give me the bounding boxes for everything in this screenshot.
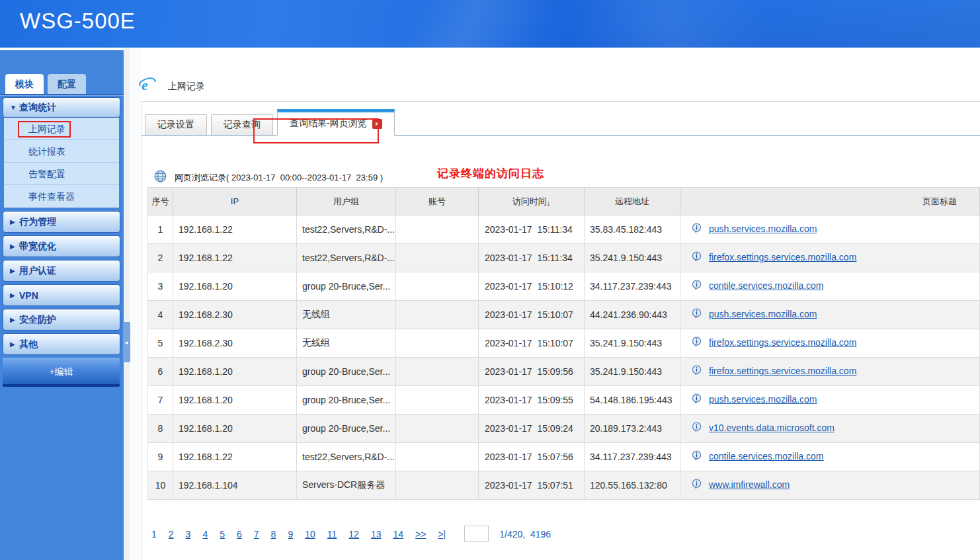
info-icon[interactable] <box>692 479 702 492</box>
next-pages-link[interactable]: >> <box>415 529 426 540</box>
page-title-link[interactable]: contile.services.mozilla.com <box>709 451 824 461</box>
cell-remote: 54.148.186.195:443 <box>585 386 680 415</box>
sidebar-group-bandwidth-opt[interactable]: ▶ 带宽优化 <box>3 235 120 257</box>
page-title-link[interactable]: push.services.mozilla.com <box>709 309 817 319</box>
sidebar-tab-config[interactable]: 配置 <box>48 74 86 94</box>
last-page-link[interactable]: >| <box>438 529 446 540</box>
info-icon[interactable] <box>692 223 702 236</box>
page-link-14[interactable]: 14 <box>393 529 403 540</box>
close-tab-icon[interactable]: × <box>372 119 382 129</box>
sidebar-group-query-stats[interactable]: ▼ 查询统计 <box>3 97 120 118</box>
tab-record-query[interactable]: 记录查询 <box>211 114 273 135</box>
page-title-link[interactable]: firefox.settings.services.mozilla.com <box>709 366 856 376</box>
cell-ip: 192.168.1.22 <box>173 443 297 471</box>
page-title-link[interactable]: v10.events.data.microsoft.com <box>709 422 835 433</box>
goto-page-input[interactable] <box>464 526 489 542</box>
info-icon[interactable] <box>692 365 702 378</box>
sidebar-group-security[interactable]: ▶ 安全防护 <box>3 309 120 331</box>
col-header-no[interactable]: 序号 <box>148 188 173 216</box>
table-row: 9 192.168.1.22 test22,Servers,R&D-... 20… <box>148 443 980 471</box>
col-header-time[interactable]: 访问时间↓ <box>479 188 585 216</box>
page-title-link[interactable]: contile.services.mozilla.com <box>709 280 824 291</box>
page-title-link[interactable]: firefox.settings.services.mozilla.com <box>709 337 856 348</box>
cell-usergroup: group 20-Bruce,Ser... <box>297 415 396 443</box>
cell-remote: 35.241.9.150:443 <box>585 358 680 386</box>
cell-remote: 20.189.173.2:443 <box>585 415 680 443</box>
page-title-link[interactable]: push.services.mozilla.com <box>709 394 817 405</box>
col-header-account[interactable]: 账号 <box>396 188 479 216</box>
page-link-6[interactable]: 6 <box>237 529 242 540</box>
page-link-13[interactable]: 13 <box>371 529 382 540</box>
col-header-usergroup[interactable]: 用户组 <box>297 188 396 216</box>
info-icon[interactable] <box>692 422 702 435</box>
cell-time: 2023-01-17 15:09:24 <box>479 415 585 443</box>
page-title-link[interactable]: firefox.settings.services.mozilla.com <box>709 252 856 262</box>
cell-no: 4 <box>148 301 173 329</box>
edit-button[interactable]: +编辑 <box>3 358 120 387</box>
table-row: 7 192.168.1.20 group 20-Bruce,Ser... 202… <box>148 386 980 415</box>
top-banner: WSG-500E <box>0 0 980 48</box>
sidebar-item-internet-records[interactable]: 上网记录 <box>4 118 119 140</box>
cell-ip: 192.168.2.30 <box>173 301 297 329</box>
page-link-8[interactable]: 8 <box>271 529 276 540</box>
cell-usergroup: group 20-Bruce,Ser... <box>297 272 396 301</box>
tab-record-settings[interactable]: 记录设置 <box>145 114 207 135</box>
sidebar-group-vpn[interactable]: ▶ VPN <box>3 284 120 306</box>
table-row: 5 192.168.2.30 无线组 2023-01-17 15:10:07 3… <box>148 329 980 358</box>
report-header: 网页浏览记录( 2023-01-17 00:00--2023-01-17 23:… <box>154 170 383 185</box>
cell-remote: 35.83.45.182:443 <box>585 216 680 244</box>
sidebar-group-behavior-mgmt[interactable]: ▶ 行为管理 <box>3 211 120 233</box>
page-link-11[interactable]: 11 <box>327 529 337 540</box>
cell-account <box>396 415 479 443</box>
cell-time: 2023-01-17 15:11:34 <box>479 216 585 244</box>
cell-account <box>396 329 479 358</box>
sort-desc-icon: ↓ <box>547 199 551 207</box>
page-link-10[interactable]: 10 <box>305 529 315 540</box>
sidebar-item-alarm-config[interactable]: 告警配置 <box>4 163 119 185</box>
sidebar-item-event-viewer[interactable]: 事件查看器 <box>4 185 119 208</box>
page-link-4[interactable]: 4 <box>202 529 208 540</box>
table-row: 1 192.168.1.22 test22,Servers,R&D-... 20… <box>148 216 980 244</box>
page-link-1[interactable]: 1 <box>151 529 157 540</box>
info-icon[interactable] <box>692 308 702 321</box>
page-link-12[interactable]: 12 <box>348 529 359 540</box>
col-header-remote[interactable]: 远程地址 <box>585 188 680 216</box>
page-title-link[interactable]: push.services.mozilla.com <box>709 223 817 234</box>
cell-usergroup: test22,Servers,R&D-... <box>297 443 396 471</box>
col-header-page-title[interactable]: 页面标题 <box>680 188 980 216</box>
page-link-2[interactable]: 2 <box>169 529 174 540</box>
cell-time: 2023-01-17 15:10:07 <box>479 329 585 358</box>
cell-ip: 192.168.1.20 <box>173 386 297 415</box>
chevron-down-icon: ▼ <box>3 104 19 111</box>
page-link-5[interactable]: 5 <box>220 529 225 540</box>
page-link-3[interactable]: 3 <box>186 529 191 540</box>
info-icon[interactable] <box>692 450 702 463</box>
sidebar-group-user-auth[interactable]: ▶ 用户认证 <box>3 260 120 282</box>
info-icon[interactable] <box>692 280 702 293</box>
cell-remote: 120.55.165.132:80 <box>585 471 680 500</box>
table-header-row: 序号 IP 用户组 账号 访问时间↓ 远程地址 页面标题 <box>148 188 980 216</box>
page-link-7[interactable]: 7 <box>254 529 259 540</box>
cell-no: 3 <box>148 272 173 301</box>
page-link-9[interactable]: 9 <box>288 529 293 540</box>
sidebar-tab-modules[interactable]: 模块 <box>5 74 44 94</box>
info-icon[interactable] <box>692 393 702 407</box>
info-icon[interactable] <box>692 337 702 350</box>
table-row: 8 192.168.1.20 group 20-Bruce,Ser... 202… <box>148 415 980 443</box>
col-header-ip[interactable]: IP <box>173 188 297 216</box>
sidebar-collapse-handle[interactable]: ◄ <box>123 322 130 362</box>
cell-no: 9 <box>148 443 173 471</box>
cell-ip: 192.168.1.22 <box>173 244 297 272</box>
content-panel: 记录设置 记录查询 查询结果-网页浏览 × 网页浏览记录( 2023-01-17… <box>141 101 980 560</box>
cell-time: 2023-01-17 15:10:07 <box>479 301 585 329</box>
sidebar-item-statistics-report[interactable]: 统计报表 <box>4 140 119 163</box>
table-row: 2 192.168.1.22 test22,Servers,R&D-... 20… <box>148 244 980 272</box>
cell-account <box>396 358 479 386</box>
cell-remote: 34.117.237.239:443 <box>585 272 680 301</box>
tab-query-result-web-browsing[interactable]: 查询结果-网页浏览 × <box>277 109 395 136</box>
cell-account <box>396 386 479 415</box>
sidebar-group-others[interactable]: ▶ 其他 <box>3 333 120 355</box>
sidebar-group-label: 带宽优化 <box>19 241 56 253</box>
info-icon[interactable] <box>692 251 702 264</box>
page-title-link[interactable]: www.imfirewall.com <box>709 479 790 490</box>
